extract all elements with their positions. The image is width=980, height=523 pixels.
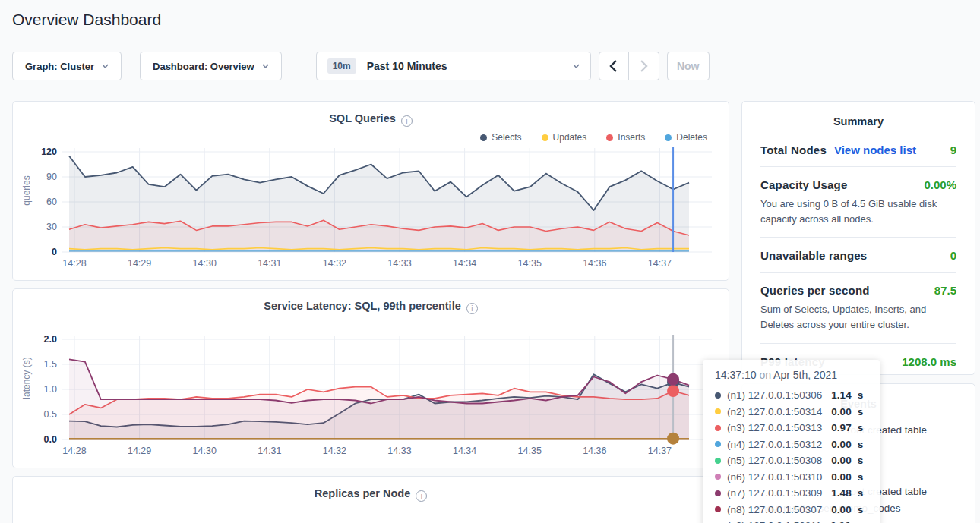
view-nodes-list-link[interactable]: View nodes list xyxy=(834,143,916,156)
info-icon[interactable]: i xyxy=(466,303,478,314)
node-color-dot xyxy=(715,490,721,496)
tooltip-node-row: (n3) 127.0.0.1:503130.97s xyxy=(715,420,868,436)
toolbar: Graph: Cluster Dashboard: Overview 10m P… xyxy=(12,52,710,80)
p99-latency-value: 1208.0 ms xyxy=(902,355,956,368)
svg-text:14:35: 14:35 xyxy=(518,258,542,269)
svg-text:14:28: 14:28 xyxy=(62,446,86,456)
page-title: Overview Dashboard xyxy=(12,11,161,29)
svg-text:14:34: 14:34 xyxy=(453,258,476,269)
legend-dot xyxy=(665,134,672,141)
time-prev-button[interactable] xyxy=(599,52,629,80)
capacity-desc: You are using 0 B of 4.5 GiB usable disk… xyxy=(760,197,956,227)
svg-text:14:30: 14:30 xyxy=(193,258,217,269)
capacity-label: Capacity Usage xyxy=(760,178,848,191)
svg-text:0.0: 0.0 xyxy=(44,434,57,445)
node-color-dot xyxy=(715,441,721,447)
legend-item-updates[interactable]: Updates xyxy=(542,132,587,143)
time-range-dropdown[interactable]: 10m Past 10 Minutes xyxy=(316,52,591,80)
summary-row-qps: Queries per second 87.5 Sum of Selects, … xyxy=(760,272,956,342)
legend-item-deletes[interactable]: Deletes xyxy=(665,132,707,143)
svg-text:0.5: 0.5 xyxy=(44,409,57,420)
graph-dropdown[interactable]: Graph: Cluster xyxy=(12,52,122,80)
svg-text:14:33: 14:33 xyxy=(387,258,411,269)
sql-queries-card: SQL Queriesi SelectsUpdatesInsertsDelete… xyxy=(12,101,729,281)
svg-text:14:37: 14:37 xyxy=(648,446,672,456)
tooltip-timestamp: 14:37:10 on Apr 5th, 2021 xyxy=(715,369,868,381)
unavailable-ranges-label: Unavailable ranges xyxy=(760,249,867,262)
svg-text:14:31: 14:31 xyxy=(258,258,281,269)
svg-text:120: 120 xyxy=(41,147,57,157)
legend-item-selects[interactable]: Selects xyxy=(480,132,521,143)
tooltip-node-row: (n6) 127.0.0.1:503100.00s xyxy=(715,469,868,486)
qps-value: 87.5 xyxy=(934,284,956,297)
svg-text:14:34: 14:34 xyxy=(453,446,476,456)
tooltip-node-row: (n8) 127.0.0.1:503070.00s xyxy=(715,502,868,518)
node-latency-value: 1.14 xyxy=(831,387,851,404)
total-nodes-value: 9 xyxy=(950,143,956,156)
tooltip-node-row: (n2) 127.0.0.1:503140.00s xyxy=(715,404,868,421)
node-color-dot xyxy=(715,458,721,464)
tooltip-node-row: (n5) 127.0.0.1:503080.00s xyxy=(715,452,868,469)
node-address: (n6) 127.0.0.1:50310 xyxy=(727,469,822,486)
legend-dot xyxy=(606,134,613,141)
chevron-down-icon xyxy=(573,64,580,68)
chevron-down-icon xyxy=(102,64,109,68)
node-latency-value: 0.00 xyxy=(831,404,851,421)
summary-row-capacity: Capacity Usage 0.00% You are using 0 B o… xyxy=(760,166,956,237)
legend-dot xyxy=(542,134,548,141)
svg-text:1.5: 1.5 xyxy=(44,359,57,370)
summary-row-total-nodes: Total Nodes View nodes list 9 xyxy=(760,132,956,166)
node-address: (n4) 127.0.0.1:50312 xyxy=(727,436,822,453)
time-range-label: Past 10 Minutes xyxy=(367,60,447,72)
info-icon[interactable]: i xyxy=(416,490,427,502)
capacity-value: 0.00% xyxy=(924,178,956,191)
qps-desc: Sum of Selects, Updates, Inserts, and De… xyxy=(760,302,956,332)
sql-queries-legend: SelectsUpdatesInsertsDeletes xyxy=(480,132,707,143)
chevron-right-icon xyxy=(640,60,648,72)
time-next-button[interactable] xyxy=(629,52,659,80)
node-address: (n9) 127.0.0.1:50311 xyxy=(727,518,821,523)
svg-text:30: 30 xyxy=(46,222,57,232)
tooltip-node-row: (n1) 127.0.0.1:503061.14s xyxy=(715,387,868,404)
node-latency-value: 0.00 xyxy=(831,469,851,486)
node-address: (n3) 127.0.0.1:50313 xyxy=(727,420,822,436)
node-address: (n5) 127.0.0.1:50308 xyxy=(727,452,822,469)
legend-dot xyxy=(480,134,487,141)
toolbar-divider xyxy=(299,52,299,80)
now-button[interactable]: Now xyxy=(667,52,710,80)
svg-text:14:29: 14:29 xyxy=(128,446,151,456)
unavailable-ranges-value: 0 xyxy=(950,249,956,262)
node-color-dot xyxy=(715,474,721,480)
legend-item-inserts[interactable]: Inserts xyxy=(606,132,645,143)
node-color-dot xyxy=(715,392,721,399)
summary-panel: Summary Total Nodes View nodes list 9 Ca… xyxy=(741,101,975,375)
svg-text:14:36: 14:36 xyxy=(583,446,606,456)
node-latency-value: 0.00 xyxy=(831,452,851,469)
node-latency-value: 1.48 xyxy=(831,485,851,502)
qps-label: Queries per second xyxy=(760,284,870,297)
node-latency-value: 0.00 xyxy=(831,502,851,518)
info-icon[interactable]: i xyxy=(401,115,413,127)
node-color-dot xyxy=(715,425,721,431)
tooltip-node-row: (n7) 127.0.0.1:503091.48s xyxy=(715,485,868,502)
node-latency-value: 0.97 xyxy=(831,420,851,436)
svg-text:1.0: 1.0 xyxy=(44,384,57,395)
summary-title: Summary xyxy=(742,102,975,128)
dashboard-dropdown[interactable]: Dashboard: Overview xyxy=(140,52,282,80)
chevron-left-icon xyxy=(609,60,618,72)
chevron-down-icon xyxy=(262,64,269,68)
sql-queries-chart[interactable]: 14:2814:2914:3014:3114:3214:3314:3414:35… xyxy=(21,144,722,272)
sql-queries-title: SQL Queriesi xyxy=(13,112,729,127)
latency-chart[interactable]: 14:2814:2914:3014:3114:3214:3314:3414:35… xyxy=(21,332,722,459)
svg-text:14:37: 14:37 xyxy=(648,258,672,269)
time-pager xyxy=(599,52,659,80)
svg-text:14:33: 14:33 xyxy=(387,446,411,456)
svg-text:60: 60 xyxy=(46,197,57,207)
time-range-badge: 10m xyxy=(327,58,356,74)
graph-dropdown-label: Graph: Cluster xyxy=(25,61,94,72)
svg-text:14:28: 14:28 xyxy=(62,258,86,269)
dashboard-dropdown-label: Dashboard: Overview xyxy=(153,61,254,72)
tooltip-node-row: (n9) 127.0.0.1:503110.00s xyxy=(715,518,868,523)
node-address: (n2) 127.0.0.1:50314 xyxy=(727,404,822,421)
total-nodes-label: Total Nodes xyxy=(760,143,827,156)
